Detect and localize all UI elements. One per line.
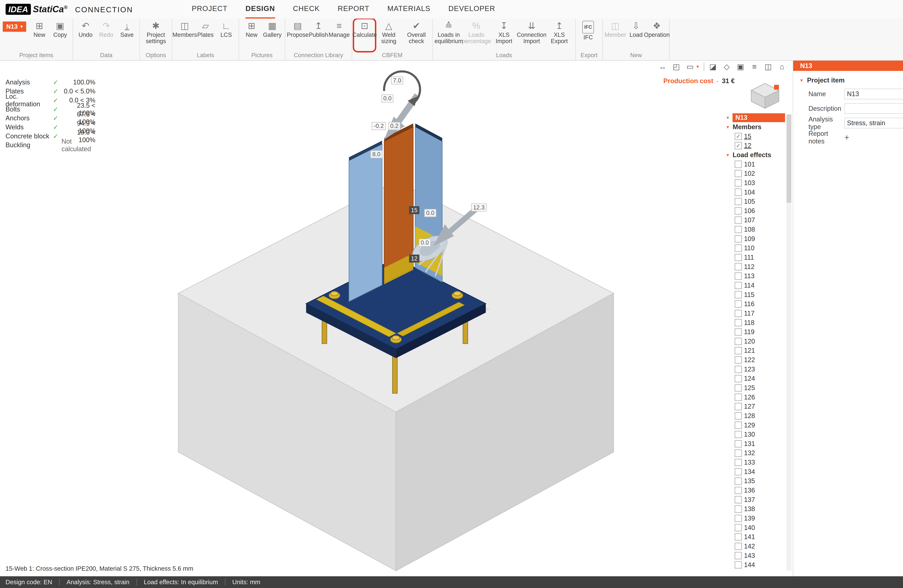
load-effect-checkbox[interactable] — [735, 431, 742, 438]
new-project-item-button[interactable]: ⊞New — [29, 19, 50, 51]
home-view-icon[interactable]: ⌂ — [777, 62, 787, 72]
connection-import-button[interactable]: ⇊Connection Import — [518, 19, 546, 51]
tree-root-item[interactable]: N13 — [733, 113, 785, 122]
load-effect-label[interactable]: 135 — [744, 477, 755, 485]
tab-materials[interactable]: MATERIALS — [387, 0, 430, 19]
3d-scene[interactable] — [0, 61, 793, 576]
plates-label-button[interactable]: ▱Plates — [195, 19, 216, 51]
tree-load-effects-header[interactable]: ▾ Load effects — [724, 150, 785, 160]
description-field[interactable] — [844, 103, 903, 114]
load-effect-label[interactable]: 118 — [744, 319, 755, 326]
load-effect-checkbox[interactable] — [735, 188, 742, 196]
project-item-section-header[interactable]: ▾ Project item — [793, 71, 903, 87]
tree-scrollbar[interactable] — [787, 114, 791, 571]
load-effect-checkbox[interactable] — [735, 198, 742, 205]
select-tool-icon[interactable]: ▭ — [685, 62, 695, 72]
load-effect-checkbox[interactable] — [735, 310, 742, 317]
project-item-dropdown[interactable]: N13 ▾ — [3, 22, 26, 32]
view-orientation-cube[interactable] — [750, 82, 780, 110]
layers-icon[interactable]: ≡ — [749, 62, 760, 72]
load-effect-checkbox[interactable] — [735, 347, 742, 354]
load-effect-checkbox[interactable] — [735, 366, 742, 373]
load-effect-checkbox[interactable] — [735, 263, 742, 270]
load-effect-checkbox[interactable] — [735, 245, 742, 252]
load-effect-checkbox[interactable] — [735, 552, 742, 559]
member-checkbox[interactable] — [735, 133, 742, 140]
ifc-export-button[interactable]: IFCIFC — [578, 19, 598, 51]
load-effect-label[interactable]: 144 — [744, 561, 755, 569]
load-effect-label[interactable]: 126 — [744, 394, 755, 401]
load-effect-label[interactable]: 119 — [744, 328, 755, 336]
gallery-button[interactable]: ▦Gallery — [262, 19, 283, 51]
xls-import-button[interactable]: ↧XLS Import — [490, 19, 518, 51]
overall-check-button[interactable]: ✔Overall check — [403, 19, 430, 51]
load-effect-checkbox[interactable] — [735, 477, 742, 485]
load-effect-checkbox[interactable] — [735, 226, 742, 233]
load-effect-label[interactable]: 133 — [744, 459, 755, 466]
load-effect-label[interactable]: 138 — [744, 505, 755, 513]
dimensions-icon[interactable]: ↔ — [658, 62, 668, 72]
load-effect-label[interactable]: 130 — [744, 431, 755, 438]
tab-project[interactable]: PROJECT — [192, 0, 228, 19]
new-operation-button[interactable]: ❖Operation — [647, 19, 667, 51]
load-effect-label[interactable]: 134 — [744, 468, 755, 476]
load-effect-checkbox[interactable] — [735, 179, 742, 187]
member-link[interactable]: 15 — [744, 133, 751, 140]
load-effect-label[interactable]: 137 — [744, 496, 755, 503]
load-effect-label[interactable]: 136 — [744, 487, 755, 494]
member-link[interactable]: 12 — [744, 142, 751, 149]
tab-check[interactable]: CHECK — [293, 0, 320, 19]
wireframe-view-icon[interactable]: ◇ — [722, 62, 732, 72]
xls-export-button[interactable]: ↥XLS Export — [546, 19, 573, 51]
load-effect-label[interactable]: 106 — [744, 207, 755, 215]
load-effect-checkbox[interactable] — [735, 449, 742, 457]
load-effect-checkbox[interactable] — [735, 254, 742, 261]
clip-plane-icon[interactable]: ◪ — [708, 62, 718, 72]
load-effect-checkbox[interactable] — [735, 328, 742, 336]
collapse-chevron-icon[interactable]: ▾ — [725, 115, 730, 121]
redo-button[interactable]: ↷Redo — [96, 19, 116, 51]
load-effect-checkbox[interactable] — [735, 403, 742, 410]
tab-report[interactable]: REPORT — [338, 0, 370, 19]
new-load-button[interactable]: ⇩Load — [626, 19, 647, 51]
3d-viewport[interactable]: 7.00.0-0.20.28.0150.012.30.012 Analysis … — [0, 61, 793, 576]
load-effect-checkbox[interactable] — [735, 384, 742, 392]
name-field[interactable] — [844, 89, 903, 99]
load-effect-label[interactable]: 107 — [744, 216, 755, 224]
solid-view-icon[interactable]: ◫ — [763, 62, 773, 72]
load-effect-checkbox[interactable] — [735, 515, 742, 522]
load-effect-checkbox[interactable] — [735, 412, 742, 419]
toolbar-separator[interactable] — [703, 63, 704, 71]
load-effect-label[interactable]: 110 — [744, 244, 755, 252]
load-effect-checkbox[interactable] — [735, 161, 742, 168]
load-effect-checkbox[interactable] — [735, 440, 742, 447]
add-report-note-button[interactable]: + — [844, 133, 854, 142]
load-effect-checkbox[interactable] — [735, 543, 742, 550]
load-effect-checkbox[interactable] — [735, 459, 742, 466]
load-effect-label[interactable]: 132 — [744, 449, 755, 457]
load-effect-checkbox[interactable] — [735, 533, 742, 541]
load-effect-label[interactable]: 113 — [744, 272, 755, 280]
load-effect-label[interactable]: 140 — [744, 524, 755, 532]
load-effect-label[interactable]: 121 — [744, 347, 755, 354]
load-effect-checkbox[interactable] — [735, 356, 742, 364]
load-effect-checkbox[interactable] — [735, 319, 742, 326]
load-effect-checkbox[interactable] — [735, 170, 742, 177]
load-effect-label[interactable]: 125 — [744, 384, 755, 392]
tree-members-header[interactable]: ▾ Members — [724, 122, 785, 132]
fit-view-icon[interactable]: ◰ — [671, 62, 681, 72]
load-effect-label[interactable]: 108 — [744, 226, 755, 233]
load-effect-checkbox[interactable] — [735, 468, 742, 475]
load-effect-checkbox[interactable] — [735, 282, 742, 289]
tab-developer[interactable]: DEVELOPER — [448, 0, 495, 19]
undo-button[interactable]: ↶Undo — [75, 19, 96, 51]
load-effect-checkbox[interactable] — [735, 524, 742, 531]
load-effect-label[interactable]: 124 — [744, 375, 755, 382]
load-effect-label[interactable]: 114 — [744, 282, 755, 289]
load-effect-label[interactable]: 139 — [744, 514, 755, 522]
tree-scrollbar-thumb[interactable] — [787, 114, 791, 203]
new-picture-button[interactable]: ⊞New — [241, 19, 262, 51]
load-effect-checkbox[interactable] — [735, 273, 742, 280]
load-effect-label[interactable]: 102 — [744, 170, 755, 177]
select-tool-chevron-icon[interactable]: ▾ — [695, 62, 700, 72]
